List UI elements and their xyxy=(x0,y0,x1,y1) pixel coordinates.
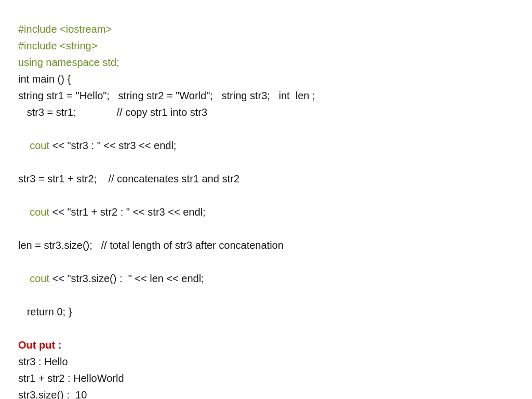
code-line-3: using namespace std; xyxy=(18,54,514,71)
cout-keyword-3: cout xyxy=(30,273,49,284)
code-line-2: #include <string> xyxy=(18,37,514,54)
code-line-4: int main () { xyxy=(18,71,514,87)
code-line-8: str3 = str1 + str2; // concatenates str1… xyxy=(18,170,514,187)
code-line-1: #include <iostream> xyxy=(18,21,514,37)
output-label: Out put : xyxy=(18,337,514,353)
cout-keyword-2: cout xyxy=(30,206,49,218)
output-line-3: str3.size() : 10 xyxy=(18,387,514,399)
code-line-6: str3 = str1; // copy str1 into str3 xyxy=(18,104,514,121)
code-line-9: cout << "str1 + str2 : " << str3 << endl… xyxy=(18,187,514,237)
code-line-12: return 0; } xyxy=(18,303,514,320)
output-line-1: str3 : Hello xyxy=(18,353,514,370)
code-block: #include <iostream> #include <string> us… xyxy=(18,21,514,399)
code-line-11: cout << "str3.size() : " << len << endl; xyxy=(18,254,514,303)
code-line-10: len = str3.size(); // total length of st… xyxy=(18,237,514,254)
code-line-7: cout << "str3 : " << str3 << endl; xyxy=(18,121,514,170)
cout-keyword-1: cout xyxy=(30,140,49,151)
output-line-2: str1 + str2 : HelloWorld xyxy=(18,370,514,387)
code-line-5: string str1 = "Hello"; string str2 = "Wo… xyxy=(18,87,514,104)
